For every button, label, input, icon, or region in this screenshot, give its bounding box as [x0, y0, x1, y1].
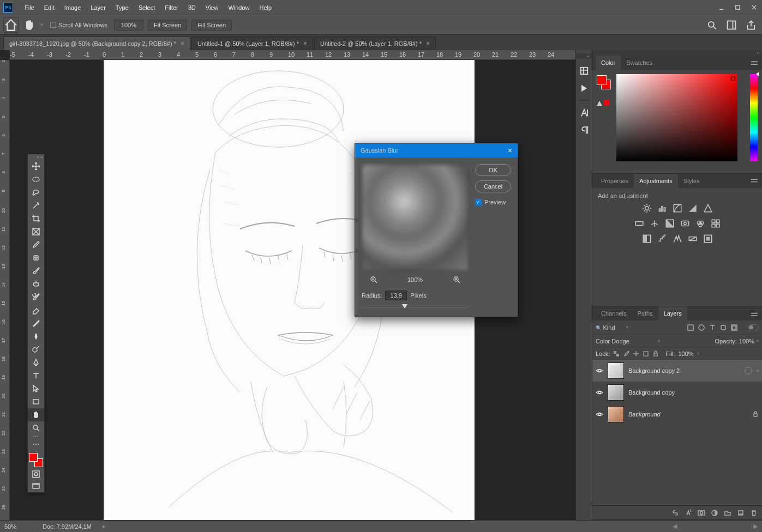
toolbox-grip[interactable]: «×	[28, 154, 44, 160]
pen-tool[interactable]	[28, 356, 44, 369]
dialog-preview-image[interactable]	[362, 164, 469, 271]
workspace-icon[interactable]	[726, 20, 737, 31]
color-lookup-icon[interactable]	[711, 219, 721, 228]
dialog-close-button[interactable]: ×	[508, 146, 512, 155]
document-tab[interactable]: Untitled-2 @ 50% (Layer 1, RGB/8#) *×	[314, 37, 436, 50]
filter-adjustment-icon[interactable]	[698, 324, 705, 331]
layer-mask-icon[interactable]	[698, 509, 705, 517]
magic-wand-tool[interactable]	[28, 199, 44, 212]
status-doc-size[interactable]: Doc: 7,92M/24,1M	[43, 523, 92, 530]
zoom-in-icon[interactable]	[452, 275, 461, 284]
layer-name[interactable]: Background copy 2	[628, 367, 740, 374]
zoom-percent-button[interactable]: 100%	[114, 20, 143, 31]
window-maximize-button[interactable]	[729, 2, 746, 14]
rectangle-tool[interactable]	[28, 395, 44, 408]
layer-filter-kind[interactable]: 🔍 Kind	[596, 324, 623, 331]
preview-checkbox[interactable]: ✓Preview	[475, 199, 511, 205]
lock-position-icon[interactable]	[633, 350, 639, 357]
filter-pixel-icon[interactable]	[687, 324, 694, 331]
group-icon[interactable]	[724, 509, 731, 517]
link-layers-icon[interactable]	[671, 509, 679, 517]
cancel-button[interactable]: Cancel	[475, 180, 511, 192]
menu-edit[interactable]: Edit	[39, 0, 59, 15]
character-panel-icon[interactable]	[579, 107, 590, 118]
panel-menu-icon[interactable]	[751, 177, 759, 185]
menu-window[interactable]: Window	[223, 0, 254, 15]
eraser-tool[interactable]	[28, 304, 44, 317]
layer-thumbnail[interactable]	[608, 406, 624, 422]
actions-panel-icon[interactable]	[579, 83, 590, 94]
menu-view[interactable]: View	[201, 0, 224, 15]
panel-menu-icon[interactable]	[751, 310, 759, 317]
ok-button[interactable]: OK	[475, 164, 511, 176]
tab-paths[interactable]: Paths	[632, 306, 658, 321]
panel-color-swatches[interactable]	[597, 75, 611, 89]
dialog-titlebar[interactable]: Gaussian Blur ×	[355, 143, 518, 158]
home-button[interactable]	[3, 17, 19, 33]
gamut-warning-icon[interactable]	[597, 100, 609, 106]
tab-channels[interactable]: Channels	[596, 306, 632, 321]
visibility-icon[interactable]	[596, 367, 603, 374]
layer-item[interactable]: Background copy	[592, 382, 762, 403]
filter-shape-icon[interactable]	[719, 324, 727, 331]
menu-filter[interactable]: Filter	[160, 0, 183, 15]
selective-color-icon[interactable]	[703, 234, 713, 244]
black-white-icon[interactable]	[665, 219, 675, 228]
tab-layers[interactable]: Layers	[658, 306, 687, 321]
menu-image[interactable]: Image	[59, 0, 86, 15]
blur-tool[interactable]	[28, 330, 44, 343]
zoom-tool[interactable]	[28, 421, 44, 434]
healing-brush-tool[interactable]	[28, 251, 44, 264]
window-close-button[interactable]	[746, 2, 762, 14]
menu-3d[interactable]: 3D	[183, 0, 201, 15]
tab-adjustments[interactable]: Adjustments	[634, 174, 678, 188]
tab-swatches[interactable]: Swatches	[621, 56, 658, 70]
tab-styles[interactable]: Styles	[678, 174, 705, 188]
document-tab[interactable]: Untitled-1 @ 50% (Layer 1, RGB/8#) *×	[191, 37, 313, 50]
share-icon[interactable]	[746, 20, 757, 31]
fill-screen-button[interactable]: Fill Screen	[191, 20, 232, 31]
dodge-tool[interactable]	[28, 343, 44, 356]
smart-filter-icon[interactable]	[745, 367, 752, 374]
status-zoom[interactable]: 50%	[4, 523, 32, 530]
filter-toggle[interactable]	[748, 324, 759, 330]
layer-name[interactable]: Background	[628, 411, 748, 418]
layer-style-icon[interactable]: fx	[685, 509, 692, 517]
delete-layer-icon[interactable]	[750, 509, 758, 517]
hand-tool[interactable]	[28, 408, 44, 421]
frame-tool[interactable]	[28, 225, 44, 238]
gradient-tool[interactable]	[28, 317, 44, 330]
layer-item[interactable]: Background	[592, 403, 762, 425]
radius-slider[interactable]	[362, 303, 469, 310]
eyedropper-tool[interactable]	[28, 238, 44, 251]
close-icon[interactable]: ×	[426, 40, 430, 47]
invert-icon[interactable]	[642, 234, 652, 244]
new-layer-icon[interactable]	[737, 509, 745, 517]
curves-icon[interactable]	[673, 203, 682, 213]
layer-thumbnail[interactable]	[608, 362, 624, 379]
path-selection-tool[interactable]	[28, 382, 44, 395]
document-tab[interactable]: girl-3033718_1920.jpg @ 50% (Background …	[3, 37, 190, 50]
fill-value[interactable]: 100%	[678, 350, 693, 357]
panel-menu-icon[interactable]	[751, 59, 759, 66]
zoom-out-icon[interactable]	[369, 275, 378, 284]
threshold-icon[interactable]	[673, 234, 682, 244]
menu-file[interactable]: File	[20, 0, 39, 15]
history-brush-tool[interactable]	[28, 291, 44, 304]
close-icon[interactable]: ×	[303, 40, 307, 47]
layer-thumbnail[interactable]	[608, 384, 624, 401]
levels-icon[interactable]	[657, 203, 667, 213]
exposure-icon[interactable]	[688, 203, 698, 213]
close-icon[interactable]: ×	[181, 40, 184, 47]
hue-saturation-icon[interactable]	[634, 219, 644, 228]
vibrance-icon[interactable]	[703, 203, 713, 213]
tab-color[interactable]: Color	[596, 56, 621, 70]
search-icon[interactable]	[706, 20, 717, 31]
brightness-contrast-icon[interactable]	[642, 203, 652, 213]
visibility-icon[interactable]	[596, 410, 603, 418]
menu-layer[interactable]: Layer	[86, 0, 111, 15]
filter-smart-icon[interactable]	[730, 324, 738, 331]
fit-screen-button[interactable]: Fit Screen	[148, 20, 187, 31]
history-panel-icon[interactable]	[579, 65, 590, 76]
screen-mode-button[interactable]	[28, 480, 44, 492]
